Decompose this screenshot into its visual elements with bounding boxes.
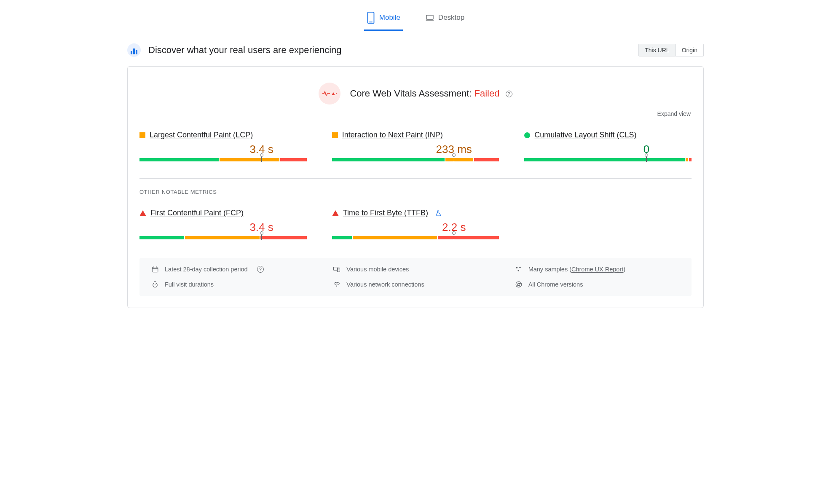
crux-link[interactable]: Chrome UX Report [571,266,623,273]
note-period-text: Latest 28-day collection period [165,266,248,273]
svg-point-18 [336,286,337,287]
svg-point-13 [519,267,521,268]
desktop-icon [426,12,434,24]
tab-desktop[interactable]: Desktop [423,8,467,31]
period-help-icon[interactable]: ? [257,266,264,273]
status-square-icon [139,132,145,138]
status-square-icon [332,132,338,138]
metric-card: First Contentful Paint (FCP) 3.4 s [139,207,307,248]
scope-toggle: This URL Origin [638,44,704,56]
assessment-pulse-icon [319,83,340,105]
needle-marker [454,232,455,239]
seg-needs-improvement [445,158,474,161]
seg-good [332,236,352,239]
distribution-bar [524,158,692,161]
assessment-label: Core Web Vitals Assessment: [350,88,474,99]
scatter-icon [515,265,523,273]
seg-poor [438,236,499,239]
note-network: Various network connections [333,281,498,288]
distribution-bar [332,236,499,239]
seg-poor [260,236,307,239]
stopwatch-icon [151,281,159,288]
svg-rect-2 [426,15,433,19]
samples-suffix: ) [623,266,625,273]
scope-this-url-button[interactable]: This URL [638,44,676,56]
seg-needs-improvement [353,236,437,239]
needle-marker [646,154,647,161]
seg-good [524,158,685,161]
svg-rect-0 [367,12,374,23]
status-triangle-icon [332,210,339,216]
other-metrics-label: OTHER NOTABLE METRICS [139,189,692,195]
chrome-icon [515,281,523,288]
needle-marker [454,154,455,161]
assessment-row: Core Web Vitals Assessment: Failed ? [139,83,692,105]
note-durations: Full visit durations [151,281,316,288]
needle-marker [262,232,263,239]
seg-good [139,236,184,239]
metric-card: Cumulative Layout Shift (CLS) 0 [524,129,692,170]
seg-poor [689,158,692,161]
seg-good [332,158,445,161]
svg-marker-4 [332,92,335,95]
svg-point-5 [336,93,337,94]
metric-card: Interaction to Next Paint (INP) 233 ms [332,129,499,170]
page-title: Discover what your real users are experi… [148,45,342,56]
devices-icon [333,265,340,273]
note-samples: Many samples (Chrome UX Report) [515,265,680,273]
flask-icon [435,210,442,217]
note-versions: All Chrome versions [515,281,680,288]
svg-point-12 [516,267,517,268]
users-chart-icon [127,43,141,57]
note-network-text: Various network connections [346,281,424,288]
metric-name-link[interactable]: Time to First Byte (TTFB) [343,209,428,217]
metric-name-link[interactable]: Cumulative Layout Shift (CLS) [534,131,636,139]
tab-desktop-label: Desktop [438,13,464,22]
note-durations-text: Full visit durations [165,281,214,288]
distribution-bar [332,158,499,161]
needle-marker [262,154,263,161]
divider [139,178,692,179]
assessment-status: Failed [474,88,500,99]
assessment-help-icon[interactable]: ? [506,91,512,97]
seg-poor [474,158,499,161]
expand-view-link[interactable]: Expand view [139,108,692,117]
calendar-icon [151,265,159,273]
metric-name-link[interactable]: First Contentful Paint (FCP) [150,209,244,217]
note-devices-text: Various mobile devices [346,266,409,273]
seg-needs-improvement [185,236,260,239]
notes-footer: Latest 28-day collection period ? Variou… [139,258,692,296]
note-samples-text: Many samples (Chrome UX Report) [528,266,625,273]
field-data-card: Core Web Vitals Assessment: Failed ? Exp… [127,66,704,308]
tab-mobile[interactable]: Mobile [364,8,403,31]
status-triangle-icon [139,210,146,216]
svg-point-14 [517,270,519,271]
note-period: Latest 28-day collection period ? [151,265,316,273]
status-circle-icon [524,132,530,138]
mobile-icon [367,12,375,24]
scope-origin-button[interactable]: Origin [676,44,704,56]
note-versions-text: All Chrome versions [528,281,583,288]
metric-name-link[interactable]: Interaction to Next Paint (INP) [342,131,443,139]
seg-needs-improvement [686,158,688,161]
distribution-bar [139,158,307,161]
seg-needs-improvement [220,158,279,161]
wifi-icon [333,281,340,288]
note-devices: Various mobile devices [333,265,498,273]
device-tabs: Mobile Desktop [127,0,704,31]
seg-poor [280,158,307,161]
distribution-bar [139,236,307,239]
svg-rect-6 [152,267,158,272]
seg-good [139,158,219,161]
metric-card: Largest Contentful Paint (LCP) 3.4 s [139,129,307,170]
metric-name-link[interactable]: Largest Contentful Paint (LCP) [150,131,253,139]
metric-card: Time to First Byte (TTFB) 2.2 s [332,207,499,248]
samples-prefix: Many samples ( [528,266,571,273]
tab-mobile-label: Mobile [379,13,400,22]
assessment-text: Core Web Vitals Assessment: Failed ? [350,88,512,99]
